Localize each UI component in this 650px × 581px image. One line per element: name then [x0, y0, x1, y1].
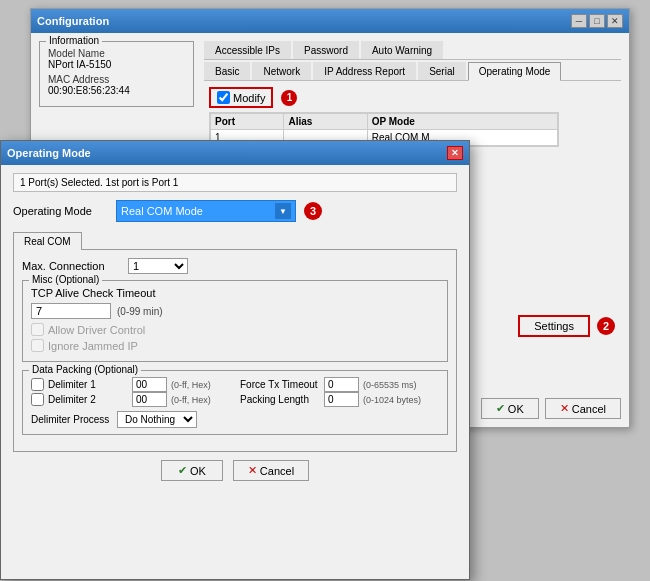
- info-section: Information Model Name NPort IA-5150 MAC…: [39, 41, 194, 107]
- left-col: Delimiter 1 (0-ff, Hex) Delimiter 2 (0-f…: [31, 377, 230, 407]
- ignore-jammed-checkbox: [31, 339, 44, 352]
- tabs-row1: Accessible IPs Password Auto Warning: [204, 41, 621, 60]
- model-name-value: NPort IA-5150: [48, 59, 185, 70]
- tabs-row2: Basic Network IP Address Report Serial O…: [204, 62, 621, 81]
- step1-badge: 1: [281, 90, 297, 106]
- delimiter1-row: Delimiter 1 (0-ff, Hex): [31, 377, 230, 392]
- max-button[interactable]: □: [589, 14, 605, 28]
- opmode-mode-label: Operating Mode: [13, 205, 108, 217]
- opmode-body: 1 Port(s) Selected. 1st port is Port 1 O…: [1, 165, 469, 489]
- realcom-tab-container: Real COM: [13, 232, 457, 249]
- mac-row: MAC Address 00:90:E8:56:23:44: [48, 74, 185, 96]
- tab-accessible-ips[interactable]: Accessible IPs: [204, 41, 291, 59]
- delimiter2-checkbox[interactable]: [31, 393, 44, 406]
- opmode-footer: ✔ OK ✕ Cancel: [13, 460, 457, 481]
- modify-checkbox-container: Modify: [209, 87, 273, 108]
- opmode-dialog: Operating Mode ✕ 1 Port(s) Selected. 1st…: [0, 140, 470, 580]
- realcom-content: Max. Connection 1 2 3 4 Misc (Optional) …: [13, 249, 457, 452]
- config-ok-button[interactable]: ✔ OK: [481, 398, 539, 419]
- tab-operating-mode[interactable]: Operating Mode: [468, 62, 562, 81]
- tcp-alive-label: TCP Alive Check Timeout: [31, 287, 156, 299]
- opmode-ok-button[interactable]: ✔ OK: [161, 460, 223, 481]
- opmode-title: Operating Mode: [7, 147, 91, 159]
- opmode-cancel-icon: ✕: [248, 464, 257, 477]
- tab-network[interactable]: Network: [252, 62, 311, 80]
- mac-label: MAC Address: [48, 74, 185, 85]
- config-title: Configuration: [37, 15, 109, 27]
- delimiter1-input[interactable]: [132, 377, 167, 392]
- config-titlebar: Configuration ─ □ ✕: [31, 9, 629, 33]
- step2-number: 2: [597, 317, 615, 335]
- misc-section: Misc (Optional) TCP Alive Check Timeout …: [22, 280, 448, 362]
- tab-auto-warning[interactable]: Auto Warning: [361, 41, 443, 59]
- tcp-alive-input[interactable]: [31, 303, 111, 319]
- col-op-mode: OP Mode: [367, 114, 557, 130]
- dropdown-arrow-icon: ▼: [275, 203, 291, 219]
- packing-length-row: Packing Length (0-1024 bytes): [240, 392, 439, 407]
- allow-driver-row: Allow Driver Control: [31, 323, 439, 336]
- ok-check-icon: ✔: [496, 402, 505, 415]
- packing-length-input[interactable]: [324, 392, 359, 407]
- modify-area: Modify 1: [209, 87, 621, 108]
- settings-btn-container: Settings 2: [518, 315, 615, 337]
- cancel-label: Cancel: [572, 403, 606, 415]
- allow-driver-checkbox: [31, 323, 44, 336]
- delimiter1-label: Delimiter 1: [48, 379, 128, 390]
- tab-ip-address-report[interactable]: IP Address Report: [313, 62, 416, 80]
- step2-badge: 2: [597, 320, 615, 332]
- tab-serial[interactable]: Serial: [418, 62, 466, 80]
- opmode-cancel-button[interactable]: ✕ Cancel: [233, 460, 309, 481]
- ok-label: OK: [508, 403, 524, 415]
- max-conn-label: Max. Connection: [22, 260, 122, 272]
- delimiter-process-select[interactable]: Do Nothing Strip Delimiter Strip and Add: [117, 411, 197, 428]
- max-conn-row: Max. Connection 1 2 3 4: [22, 258, 448, 274]
- min-button[interactable]: ─: [571, 14, 587, 28]
- packing-length-hint: (0-1024 bytes): [363, 395, 421, 405]
- allow-driver-label: Allow Driver Control: [48, 324, 145, 336]
- delimiter2-label: Delimiter 2: [48, 394, 128, 405]
- col-alias: Alias: [284, 114, 367, 130]
- config-body: Information Model Name NPort IA-5150 MAC…: [31, 33, 629, 155]
- step3-badge: 3: [304, 202, 322, 220]
- data-packing-section: Data Packing (Optional) Delimiter 1 (0-f…: [22, 370, 448, 435]
- delimiter1-hint: (0-ff, Hex): [171, 380, 211, 390]
- config-cancel-button[interactable]: ✕ Cancel: [545, 398, 621, 419]
- close-button[interactable]: ✕: [607, 14, 623, 28]
- delimiter1-checkbox[interactable]: [31, 378, 44, 391]
- col-port: Port: [211, 114, 284, 130]
- tcp-alive-input-row: (0-99 min): [31, 303, 439, 319]
- opmode-titlebar: Operating Mode ✕: [1, 141, 469, 165]
- opmode-cancel-label: Cancel: [260, 465, 294, 477]
- max-conn-select[interactable]: 1 2 3 4: [128, 258, 188, 274]
- opmode-mode-row: Operating Mode Real COM Mode ▼ 3: [13, 200, 457, 222]
- config-footer: ✔ OK ✕ Cancel: [481, 398, 621, 419]
- ignore-jammed-label: Ignore Jammed IP: [48, 340, 138, 352]
- model-name-row: Model Name NPort IA-5150: [48, 48, 185, 70]
- modify-label: Modify: [233, 92, 265, 104]
- force-tx-label: Force Tx Timeout: [240, 379, 320, 390]
- tcp-alive-row: TCP Alive Check Timeout: [31, 287, 439, 299]
- force-tx-hint: (0-65535 ms): [363, 380, 417, 390]
- force-tx-input[interactable]: [324, 377, 359, 392]
- tab-password[interactable]: Password: [293, 41, 359, 59]
- opmode-ok-icon: ✔: [178, 464, 187, 477]
- delimiter2-input[interactable]: [132, 392, 167, 407]
- modify-checkbox[interactable]: [217, 91, 230, 104]
- right-col: Force Tx Timeout (0-65535 ms) Packing Le…: [240, 377, 439, 407]
- opmode-close-button[interactable]: ✕: [447, 146, 463, 160]
- info-section-label: Information: [46, 35, 102, 46]
- cancel-x-icon: ✕: [560, 402, 569, 415]
- data-packing-grid: Delimiter 1 (0-ff, Hex) Delimiter 2 (0-f…: [31, 377, 439, 407]
- opmode-dropdown[interactable]: Real COM Mode ▼: [116, 200, 296, 222]
- packing-length-label: Packing Length: [240, 394, 320, 405]
- tcp-alive-range: (0-99 min): [117, 306, 163, 317]
- titlebar-buttons: ─ □ ✕: [571, 14, 623, 28]
- delimiter2-row: Delimiter 2 (0-ff, Hex): [31, 392, 230, 407]
- opmode-ok-label: OK: [190, 465, 206, 477]
- opmode-dropdown-value: Real COM Mode: [121, 205, 203, 217]
- force-tx-row: Force Tx Timeout (0-65535 ms): [240, 377, 439, 392]
- settings-button[interactable]: Settings: [518, 315, 590, 337]
- delimiter-process-label: Delimiter Process: [31, 414, 111, 425]
- tab-basic[interactable]: Basic: [204, 62, 250, 80]
- tab-real-com[interactable]: Real COM: [13, 232, 82, 250]
